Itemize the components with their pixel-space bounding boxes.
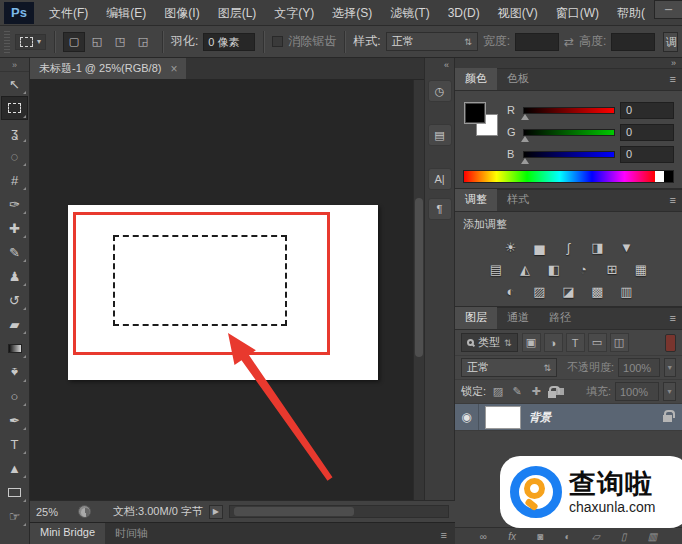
minimize-button[interactable]: ─ xyxy=(654,0,682,19)
style-select[interactable]: 正常 ⇅ xyxy=(386,32,478,51)
channel-slider[interactable] xyxy=(523,151,615,158)
filter-adjustment-layers-icon[interactable]: ◑ xyxy=(544,333,563,352)
layer-thumbnail[interactable] xyxy=(485,406,521,429)
menu-window[interactable]: 窗口(W) xyxy=(547,0,608,26)
layer-visibility-eye-icon[interactable]: ◉ xyxy=(455,404,479,430)
menu-help[interactable]: 帮助( xyxy=(608,0,654,26)
blend-mode-select[interactable]: 正常 ⇅ xyxy=(461,358,557,377)
eyedropper-tool[interactable]: ✑ xyxy=(1,192,28,216)
delete-layer-icon[interactable]: ▥ xyxy=(648,531,657,542)
layer-mask-icon[interactable]: ◙ xyxy=(537,531,543,542)
filter-pixel-layers-icon[interactable]: ▣ xyxy=(522,333,541,352)
menu-edit[interactable]: 编辑(E) xyxy=(97,0,155,26)
color-spectrum-ramp[interactable] xyxy=(463,170,674,183)
subtract-from-selection-button[interactable]: ◳ xyxy=(109,32,131,52)
tab-color[interactable]: 颜色 xyxy=(455,68,497,90)
panel-menu-icon[interactable]: ≡ xyxy=(670,312,676,324)
chevron-down-icon[interactable]: ▾ xyxy=(664,358,676,377)
gradient-map-icon[interactable]: ▩ xyxy=(588,283,608,300)
rectangular-marquee-tool[interactable] xyxy=(1,96,28,120)
fill-input[interactable]: 100% xyxy=(615,382,659,401)
menu-3d[interactable]: 3D(D) xyxy=(439,0,489,26)
levels-icon[interactable]: ▅ xyxy=(530,239,550,256)
foreground-color-swatch[interactable] xyxy=(464,102,486,124)
timeline-tab[interactable]: 时间轴 xyxy=(105,523,158,544)
filter-shape-layers-icon[interactable]: ▭ xyxy=(588,333,607,352)
lasso-tool[interactable]: ʓ xyxy=(1,120,28,144)
intersect-selection-button[interactable]: ◲ xyxy=(132,32,154,52)
canvas[interactable] xyxy=(30,80,424,500)
invert-icon[interactable]: ◐ xyxy=(501,283,521,300)
panel-menu-icon[interactable]: ≡ xyxy=(670,194,676,206)
channel-slider[interactable] xyxy=(523,129,615,136)
antialias-checkbox[interactable] xyxy=(272,36,283,47)
move-tool[interactable]: ↖ xyxy=(1,72,28,96)
tab-adjustments[interactable]: 调整 xyxy=(455,189,497,211)
layer-group-icon[interactable]: ▱ xyxy=(592,531,600,542)
exposure-icon[interactable]: ◨ xyxy=(588,239,608,256)
tab-paths[interactable]: 路径 xyxy=(539,307,581,329)
properties-panel-icon[interactable]: ▤ xyxy=(428,124,452,146)
black-white-icon[interactable]: ◧ xyxy=(544,261,564,278)
slider-thumb-icon[interactable] xyxy=(521,136,529,142)
new-selection-button[interactable]: ▢ xyxy=(63,32,85,52)
zoom-level-input[interactable]: 25% xyxy=(36,506,72,518)
tab-channels[interactable]: 通道 xyxy=(497,307,539,329)
threshold-icon[interactable]: ◪ xyxy=(559,283,579,300)
slider-thumb-icon[interactable] xyxy=(521,114,529,120)
tool-preset-picker[interactable]: ▾ xyxy=(15,34,46,50)
tab-styles[interactable]: 样式 xyxy=(497,189,539,211)
link-layers-icon[interactable]: ∞ xyxy=(480,531,487,542)
panel-menu-icon[interactable]: ≡ xyxy=(670,73,676,85)
color-balance-icon[interactable]: ◭ xyxy=(515,261,535,278)
horizontal-scrollbar-thumb[interactable] xyxy=(234,507,354,516)
pen-tool[interactable]: ✒ xyxy=(1,408,28,432)
channel-value-input[interactable]: 0 xyxy=(620,124,674,141)
photo-filter-icon[interactable]: ◔ xyxy=(573,261,593,278)
paragraph-panel-icon[interactable]: ¶ xyxy=(428,198,452,220)
vertical-scrollbar-thumb[interactable] xyxy=(415,198,423,358)
menu-select[interactable]: 选择(S) xyxy=(323,0,381,26)
mini-bridge-tab[interactable]: Mini Bridge xyxy=(30,523,105,544)
path-selection-tool[interactable]: ▲ xyxy=(1,456,28,480)
chevron-down-icon[interactable]: ▾ xyxy=(663,382,676,401)
height-input[interactable] xyxy=(611,33,655,51)
character-panel-icon[interactable]: A| xyxy=(428,168,452,190)
opacity-input[interactable]: 100% xyxy=(618,358,660,377)
tab-close-icon[interactable]: × xyxy=(170,62,177,76)
channel-slider[interactable] xyxy=(523,107,615,114)
menu-file[interactable]: 文件(F) xyxy=(40,0,97,26)
rectangle-tool[interactable] xyxy=(1,480,28,504)
channel-mixer-icon[interactable]: ⊞ xyxy=(602,261,622,278)
menu-layer[interactable]: 图层(L) xyxy=(209,0,266,26)
filter-type-layers-icon[interactable]: T xyxy=(566,333,585,352)
selective-color-icon[interactable]: ▥ xyxy=(617,283,637,300)
panel-menu-icon[interactable]: ≡ xyxy=(433,529,455,544)
menu-view[interactable]: 视图(V) xyxy=(489,0,547,26)
dodge-tool[interactable]: ○ xyxy=(1,384,28,408)
brush-tool[interactable]: ✎ xyxy=(1,240,28,264)
posterize-icon[interactable]: ▨ xyxy=(530,283,550,300)
horizontal-scrollbar[interactable] xyxy=(229,505,449,518)
blur-tool[interactable]: ♠ xyxy=(1,360,28,384)
gradient-tool[interactable] xyxy=(1,336,28,360)
lock-position-icon[interactable]: ✚ xyxy=(528,384,544,400)
channel-value-input[interactable]: 0 xyxy=(620,146,674,163)
curves-icon[interactable]: ʃ xyxy=(559,239,579,256)
options-bar-grip[interactable] xyxy=(4,31,10,53)
document-tab[interactable]: 未标题-1 @ 25%(RGB/8) × xyxy=(30,58,186,79)
spectrum-gradient[interactable] xyxy=(464,171,655,182)
history-brush-tool[interactable]: ↺ xyxy=(1,288,28,312)
toolbar-collapse-icon[interactable]: » xyxy=(0,58,29,72)
menu-image[interactable]: 图像(I) xyxy=(155,0,208,26)
dock-expand-icon[interactable]: « xyxy=(425,58,454,72)
clone-stamp-tool[interactable]: ♟ xyxy=(1,264,28,288)
color-swatches[interactable] xyxy=(464,102,500,138)
type-tool[interactable]: T xyxy=(1,432,28,456)
status-expand-icon[interactable]: ▶ xyxy=(209,505,223,519)
hue-saturation-icon[interactable]: ▤ xyxy=(486,261,506,278)
tab-layers[interactable]: 图层 xyxy=(455,307,497,329)
hand-tool[interactable]: ☞ xyxy=(1,504,28,528)
feather-input[interactable]: 0 像素 xyxy=(203,33,255,51)
new-adjustment-layer-icon[interactable]: ◐ xyxy=(565,531,571,542)
